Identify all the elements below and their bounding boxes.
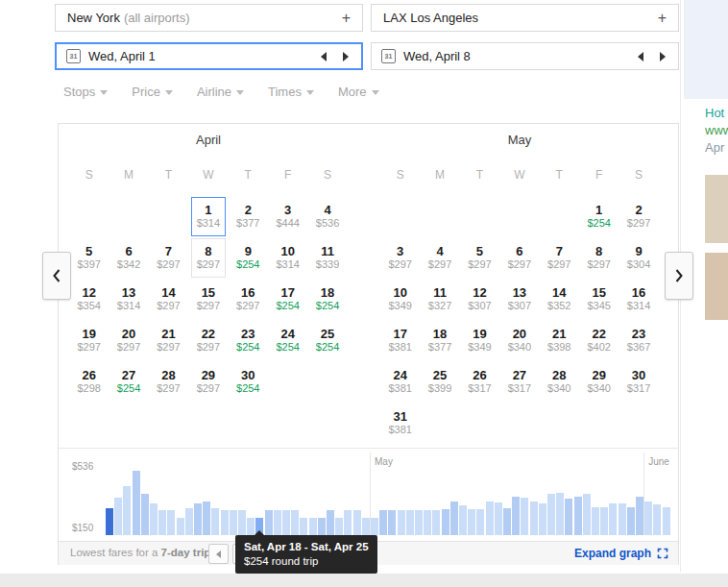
fare-bar[interactable] (512, 497, 520, 535)
fare-bar[interactable] (123, 486, 131, 535)
calendar-day[interactable]: 18$254 (307, 280, 347, 321)
calendar-day[interactable]: 16$297 (229, 280, 268, 321)
filter-more[interactable]: More (338, 85, 379, 99)
calendar-day[interactable]: 26$317 (460, 362, 499, 404)
calendar-day[interactable]: 28$340 (540, 362, 579, 404)
calendar-day[interactable]: 4$536 (307, 197, 347, 238)
calendar-day[interactable]: 30$254 (229, 362, 268, 404)
fare-bar[interactable] (203, 501, 210, 535)
fare-bar[interactable] (388, 510, 396, 535)
fare-bar[interactable] (556, 493, 564, 535)
calendar-day[interactable]: 1$254 (579, 197, 619, 238)
fare-bar[interactable] (327, 510, 334, 535)
calendar-day[interactable]: 22$297 (188, 321, 228, 362)
fare-bar[interactable] (539, 503, 546, 535)
fare-bar[interactable] (379, 510, 387, 535)
calendar-day[interactable]: 12$307 (460, 280, 499, 321)
fare-bar[interactable] (167, 510, 175, 535)
fare-bar[interactable] (432, 510, 440, 535)
calendar-day[interactable]: 4$297 (420, 238, 459, 280)
calendar-day[interactable]: 21$398 (540, 321, 579, 362)
fare-bar[interactable] (177, 518, 184, 535)
filter-times[interactable]: Times (268, 85, 314, 99)
fare-bar[interactable] (309, 518, 317, 535)
calendar-day[interactable]: 14$297 (149, 280, 188, 321)
fare-bar[interactable] (459, 505, 467, 535)
filter-price[interactable]: Price (132, 85, 173, 99)
calendar-day[interactable]: 23$367 (619, 321, 658, 362)
fare-bar[interactable] (486, 501, 494, 535)
fare-bar[interactable] (398, 510, 405, 535)
fare-bar[interactable] (476, 509, 484, 535)
fare-bar[interactable] (442, 509, 449, 535)
fare-bar[interactable] (230, 510, 237, 535)
fare-bar[interactable] (141, 494, 149, 535)
fare-bar[interactable] (344, 510, 352, 535)
calendar-day[interactable]: 2$377 (229, 197, 268, 238)
calendar-day[interactable]: 10$314 (268, 238, 307, 280)
calendar-day[interactable]: 15$297 (188, 280, 228, 321)
calendar-day[interactable]: 3$297 (380, 238, 420, 280)
fare-bar[interactable] (185, 508, 193, 535)
calendar-day[interactable]: 14$352 (540, 280, 579, 321)
fare-bar[interactable] (415, 510, 423, 535)
departure-date-next-icon[interactable] (343, 52, 349, 61)
calendar-day[interactable]: 13$307 (499, 280, 539, 321)
calendar-day[interactable]: 22$402 (579, 321, 619, 362)
calendar-day[interactable]: 2$297 (619, 197, 658, 238)
calendar-day[interactable]: 7$297 (149, 238, 188, 280)
fare-bar[interactable] (238, 510, 246, 535)
fare-bar[interactable] (600, 507, 608, 535)
fare-bar[interactable] (274, 510, 281, 535)
fare-bar[interactable] (291, 510, 299, 535)
calendar-day[interactable]: 19$349 (460, 321, 499, 362)
calendar-day[interactable]: 24$254 (268, 321, 307, 362)
calendar-day[interactable]: 16$314 (619, 280, 658, 321)
calendar-day[interactable]: 6$297 (499, 238, 539, 280)
fare-bar[interactable] (503, 508, 511, 535)
fare-bar[interactable] (521, 498, 528, 535)
fare-bar[interactable] (362, 518, 370, 535)
fare-bar[interactable] (644, 501, 652, 535)
calendar-day[interactable]: 30$317 (619, 362, 658, 404)
fare-bar[interactable] (353, 510, 361, 535)
fare-bar[interactable] (547, 494, 555, 535)
fare-bar[interactable] (636, 497, 643, 535)
calendar-day[interactable]: 21$297 (149, 321, 188, 362)
destination-input[interactable]: LAX Los Angeles + (371, 4, 679, 32)
calendar-day[interactable]: 27$254 (109, 362, 148, 404)
calendar-day[interactable]: 29$297 (188, 362, 228, 404)
calendar-day[interactable]: 9$254 (229, 238, 268, 280)
fare-bar[interactable] (300, 518, 307, 535)
fare-bar[interactable] (450, 501, 458, 535)
calendar-day[interactable]: 17$381 (380, 321, 420, 362)
calendar-day[interactable]: 7$297 (540, 238, 579, 280)
fare-bar[interactable] (583, 494, 591, 535)
fare-bar[interactable] (150, 503, 158, 535)
fare-bar[interactable] (424, 510, 431, 535)
calendar-day[interactable]: 10$349 (380, 280, 420, 321)
fare-bar[interactable] (495, 502, 502, 535)
fare-bar[interactable] (530, 501, 538, 535)
departure-date-prev-icon[interactable] (321, 52, 327, 61)
calendar-day[interactable]: 28$297 (149, 362, 188, 404)
fare-bar[interactable] (221, 510, 229, 535)
calendar-day[interactable]: 13$314 (109, 280, 148, 321)
calendar-day[interactable]: 31$381 (380, 404, 420, 445)
fare-bar[interactable] (133, 471, 140, 535)
calendar-day[interactable]: 27$317 (499, 362, 539, 404)
calendar-day[interactable]: 5$297 (460, 238, 499, 280)
calendar-day[interactable]: 15$345 (579, 280, 619, 321)
fare-bar[interactable] (627, 507, 635, 535)
calendar-day[interactable]: 19$297 (69, 321, 109, 362)
calendar-day[interactable]: 11$339 (307, 238, 347, 280)
fare-bar[interactable] (468, 509, 475, 535)
fare-bar[interactable] (663, 507, 670, 535)
calendar-day[interactable]: 6$342 (109, 238, 148, 280)
fare-bar[interactable] (335, 518, 343, 535)
return-date-input[interactable]: 31 Wed, April 8 (371, 42, 679, 70)
fare-bar[interactable] (371, 518, 378, 535)
expand-graph-button[interactable]: Expand graph (574, 547, 668, 560)
calendar-day[interactable]: 8$297 (579, 238, 619, 280)
fare-bar[interactable] (265, 510, 273, 535)
